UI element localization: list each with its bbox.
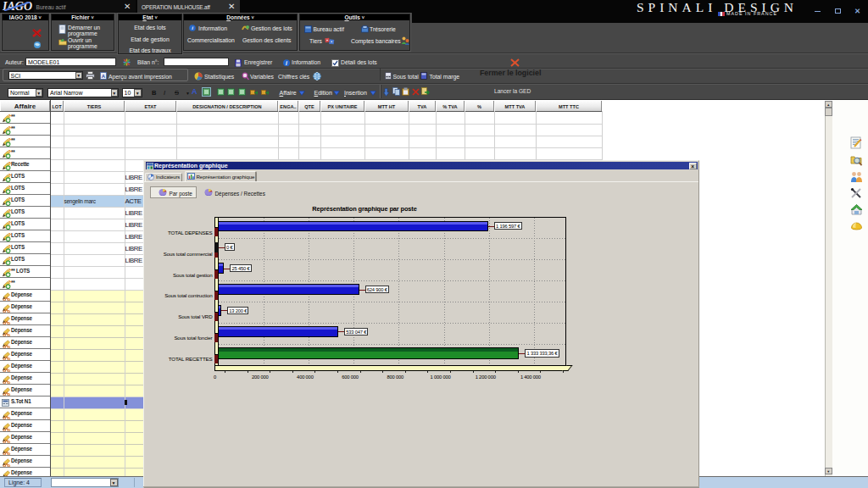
- svg-text:i: i: [286, 60, 287, 66]
- svg-text:A: A: [101, 74, 105, 79]
